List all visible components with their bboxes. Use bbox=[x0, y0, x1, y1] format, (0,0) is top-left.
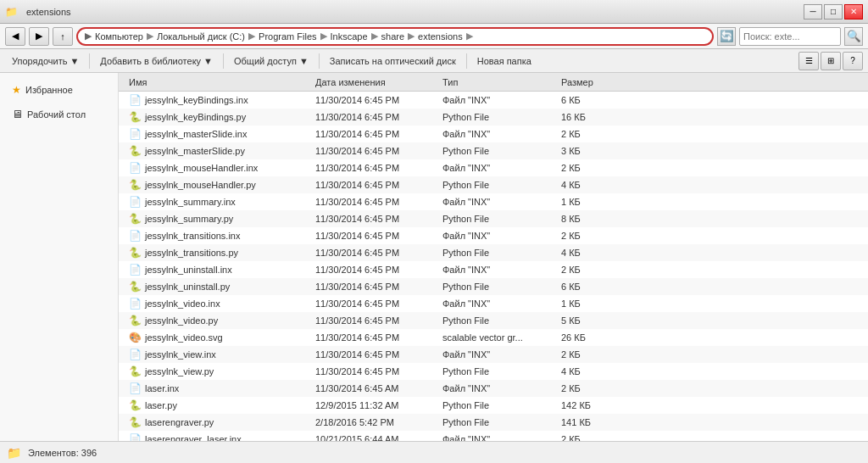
sidebar-item-desktop[interactable]: 🖥 Рабочий стол bbox=[7, 105, 111, 123]
file-type-icon: 🐍 bbox=[129, 399, 142, 411]
file-name: jessylnk_keyBindings.inx bbox=[145, 95, 248, 105]
search-input[interactable] bbox=[739, 27, 841, 46]
file-name-cell: 📄jessylnk_view.inx bbox=[122, 349, 309, 360]
desktop-label: Рабочий стол bbox=[27, 109, 86, 120]
file-name-cell: 📄laserengraver_laser.inx bbox=[122, 433, 309, 441]
file-name-cell: 📄laser.inx bbox=[122, 382, 309, 394]
file-date-cell: 11/30/2014 6:45 PM bbox=[309, 214, 436, 224]
file-name: jessylnk_transitions.py bbox=[145, 248, 238, 258]
file-list-header: Имя Дата изменения Тип Размер bbox=[119, 73, 868, 92]
burn-button[interactable]: Записать на оптический диск bbox=[323, 52, 463, 70]
table-row[interactable]: 🐍jessylnk_keyBindings.py11/30/2014 6:45 … bbox=[119, 109, 868, 126]
table-row[interactable]: 🐍jessylnk_view.py11/30/2014 6:45 PMPytho… bbox=[119, 363, 868, 380]
file-name-cell: 📄jessylnk_transitions.inx bbox=[122, 230, 309, 242]
file-size-cell: 2 КБ bbox=[554, 383, 622, 393]
file-size-cell: 16 КБ bbox=[554, 112, 622, 122]
title-bar-left: 📁 extensions bbox=[5, 6, 71, 18]
file-size-cell: 1 КБ bbox=[554, 197, 622, 207]
file-size-cell: 2 КБ bbox=[554, 434, 622, 441]
status-count: Элементов: 396 bbox=[28, 448, 97, 458]
file-type-cell: Python File bbox=[436, 417, 554, 427]
file-name-cell: 🐍jessylnk_masterSlide.py bbox=[122, 145, 309, 157]
file-name: jessylnk_uninstall.inx bbox=[145, 265, 232, 275]
file-name: laser.inx bbox=[145, 383, 179, 393]
file-type-icon: 🐍 bbox=[129, 416, 142, 428]
path-part-extensions[interactable]: extensions bbox=[418, 31, 463, 42]
file-size-cell: 4 КБ bbox=[554, 180, 622, 190]
table-row[interactable]: 📄jessylnk_uninstall.inx11/30/2014 6:45 P… bbox=[119, 261, 868, 278]
view-toggle-button[interactable]: ☰ bbox=[798, 52, 819, 70]
file-type-icon: 🐍 bbox=[129, 213, 142, 225]
sidebar-section-desktop: 🖥 Рабочий стол bbox=[0, 102, 118, 126]
table-row[interactable]: 🐍laser.py12/9/2015 11:32 AMPython File14… bbox=[119, 397, 868, 414]
table-row[interactable]: 🎨jessylnk_video.svg11/30/2014 6:45 PMsca… bbox=[119, 329, 868, 346]
path-part-inkscape[interactable]: Inkscape bbox=[331, 31, 368, 42]
table-row[interactable]: 🐍jessylnk_uninstall.py11/30/2014 6:45 PM… bbox=[119, 278, 868, 295]
file-name: laserengraver.py bbox=[145, 417, 214, 427]
col-header-name[interactable]: Имя bbox=[122, 73, 309, 91]
col-header-date[interactable]: Дата изменения bbox=[309, 73, 436, 91]
close-button[interactable]: ✕ bbox=[844, 4, 863, 20]
file-list-area: Имя Дата изменения Тип Размер 📄jessylnk_… bbox=[119, 73, 868, 441]
col-header-size[interactable]: Размер bbox=[554, 73, 622, 91]
table-row[interactable]: 📄jessylnk_keyBindings.inx11/30/2014 6:45… bbox=[119, 92, 868, 109]
file-type-icon: 🐍 bbox=[129, 179, 142, 191]
table-row[interactable]: 📄jessylnk_video.inx11/30/2014 6:45 PMФай… bbox=[119, 295, 868, 312]
file-name-cell: 🐍jessylnk_summary.py bbox=[122, 213, 309, 225]
file-name-cell: 📄jessylnk_masterSlide.inx bbox=[122, 128, 309, 140]
table-row[interactable]: 📄laserengraver_laser.inx10/21/2015 6:44 … bbox=[119, 431, 868, 441]
toolbar: Упорядочить ▼ Добавить в библиотеку ▼ Об… bbox=[0, 49, 868, 73]
file-type-icon: 📄 bbox=[129, 264, 142, 276]
file-name-cell: 🐍jessylnk_uninstall.py bbox=[122, 281, 309, 293]
file-size-cell: 2 КБ bbox=[554, 163, 622, 173]
new-folder-button[interactable]: Новая папка bbox=[470, 52, 538, 70]
table-row[interactable]: 🐍laserengraver.py2/18/2016 5:42 PMPython… bbox=[119, 414, 868, 431]
table-row[interactable]: 🐍jessylnk_video.py11/30/2014 6:45 PMPyth… bbox=[119, 312, 868, 329]
path-part-programfiles[interactable]: Program Files bbox=[259, 31, 316, 42]
table-row[interactable]: 📄jessylnk_summary.inx11/30/2014 6:45 PMФ… bbox=[119, 193, 868, 210]
new-folder-label: Новая папка bbox=[477, 56, 531, 66]
file-name-cell: 📄jessylnk_uninstall.inx bbox=[122, 264, 309, 276]
file-type-icon: 🎨 bbox=[129, 332, 142, 343]
maximize-button[interactable]: □ bbox=[824, 4, 843, 20]
table-row[interactable]: 📄jessylnk_mouseHandler.inx11/30/2014 6:4… bbox=[119, 159, 868, 176]
path-part-computer[interactable]: Компьютер bbox=[95, 31, 143, 42]
table-row[interactable]: 📄jessylnk_masterSlide.inx11/30/2014 6:45… bbox=[119, 126, 868, 142]
table-row[interactable]: 📄jessylnk_transitions.inx11/30/2014 6:45… bbox=[119, 227, 868, 244]
search-button[interactable]: 🔍 bbox=[844, 27, 863, 46]
forward-button[interactable]: ▶ bbox=[29, 27, 49, 46]
file-name: jessylnk_summary.py bbox=[145, 214, 233, 224]
path-part-disk[interactable]: Локальный диск (C:) bbox=[157, 31, 245, 42]
back-button[interactable]: ◀ bbox=[5, 27, 25, 46]
organize-button[interactable]: Упорядочить ▼ bbox=[5, 52, 86, 70]
address-path[interactable]: ▶ Компьютер ▶ Локальный диск (C:) ▶ Prog… bbox=[76, 27, 714, 46]
file-list-scroll[interactable]: 📄jessylnk_keyBindings.inx11/30/2014 6:45… bbox=[119, 92, 868, 441]
share-button[interactable]: Общий доступ ▼ bbox=[227, 52, 315, 70]
up-button[interactable]: ↑ bbox=[53, 27, 73, 46]
file-date-cell: 11/30/2014 6:45 PM bbox=[309, 112, 436, 122]
add-library-button[interactable]: Добавить в библиотеку ▼ bbox=[93, 52, 220, 70]
file-name: laserengraver_laser.inx bbox=[145, 434, 242, 441]
toolbar-sep-4 bbox=[466, 53, 467, 69]
file-type-icon: 🐍 bbox=[129, 247, 142, 259]
file-name: jessylnk_video.inx bbox=[145, 298, 220, 309]
table-row[interactable]: 🐍jessylnk_transitions.py11/30/2014 6:45 … bbox=[119, 244, 868, 261]
sidebar-item-favorites[interactable]: ★ Избранное bbox=[7, 81, 111, 98]
help-button[interactable]: ? bbox=[843, 52, 863, 70]
table-row[interactable]: 📄laser.inx11/30/2014 6:45 AMФайл "INX"2 … bbox=[119, 380, 868, 397]
file-size-cell: 4 КБ bbox=[554, 248, 622, 258]
file-type-icon: 📄 bbox=[129, 128, 142, 140]
minimize-button[interactable]: ─ bbox=[804, 4, 822, 20]
search-refresh-button[interactable]: 🔄 bbox=[717, 27, 736, 46]
table-row[interactable]: 🐍jessylnk_summary.py11/30/2014 6:45 PMPy… bbox=[119, 210, 868, 227]
file-date-cell: 11/30/2014 6:45 PM bbox=[309, 197, 436, 207]
file-type-icon: 📄 bbox=[129, 382, 142, 394]
table-row[interactable]: 🐍jessylnk_mouseHandler.py11/30/2014 6:45… bbox=[119, 176, 868, 193]
col-header-type[interactable]: Тип bbox=[436, 73, 554, 91]
table-row[interactable]: 📄jessylnk_view.inx11/30/2014 6:45 PMФайл… bbox=[119, 346, 868, 363]
view-details-button[interactable]: ⊞ bbox=[821, 52, 841, 70]
file-type-cell: Python File bbox=[436, 214, 554, 224]
file-size-cell: 26 КБ bbox=[554, 332, 622, 343]
path-part-share[interactable]: share bbox=[381, 31, 405, 42]
table-row[interactable]: 🐍jessylnk_masterSlide.py11/30/2014 6:45 … bbox=[119, 142, 868, 159]
